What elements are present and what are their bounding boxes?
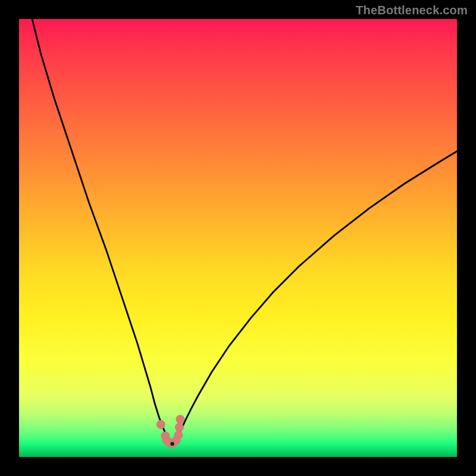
curve-marker <box>175 422 184 431</box>
curve-marker <box>156 420 165 429</box>
plot-area <box>19 19 457 457</box>
min-point-marker <box>170 442 174 446</box>
watermark-text: TheBottleneck.com <box>356 4 468 17</box>
bottleneck-curve <box>32 19 457 444</box>
chart-svg <box>19 19 457 457</box>
curve-marker <box>174 431 183 440</box>
chart-frame: TheBottleneck.com <box>0 0 476 476</box>
curve-marker <box>176 415 184 424</box>
